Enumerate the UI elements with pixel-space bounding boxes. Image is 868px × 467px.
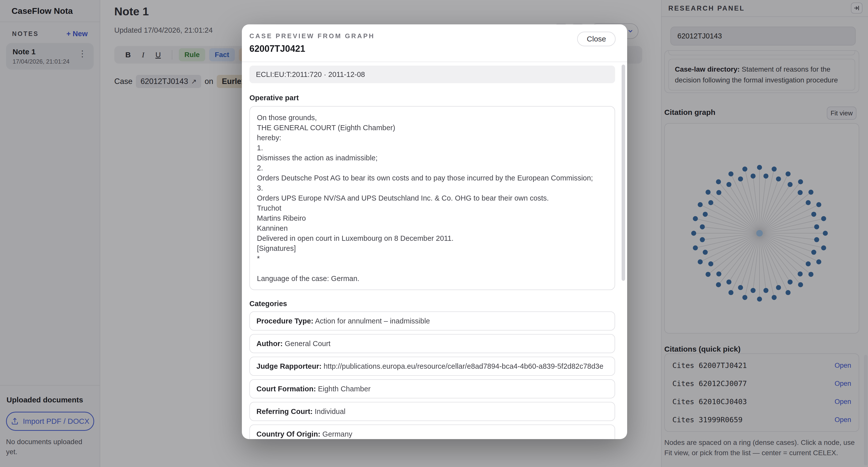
operative-part-text: On those grounds, THE GENERAL COURT (Eig… (257, 113, 608, 284)
category-value: Eighth Chamber (318, 385, 371, 393)
operative-part-box: On those grounds, THE GENERAL COURT (Eig… (249, 106, 615, 290)
category-value: Germany (322, 430, 352, 438)
operative-part-label: Operative part (249, 94, 615, 102)
modal-case-title: 62007TJ0421 (249, 43, 305, 54)
category-label: Procedure Type: (256, 317, 313, 325)
category-row: Court Formation: Eighth Chamber (249, 379, 615, 398)
modal-body: ECLI:EU:T:2011:720 · 2011-12-08 Operativ… (242, 62, 627, 439)
category-value: Individual (315, 407, 346, 415)
category-label: Judge Rapporteur: (256, 362, 321, 370)
close-button[interactable]: Close (577, 32, 616, 46)
category-label: Country Of Origin: (256, 430, 320, 438)
category-value: http://publications.europa.eu/resource/c… (323, 362, 603, 370)
categories-list: Procedure Type: Action for annulment – i… (249, 312, 615, 439)
category-label: Court Formation: (256, 385, 316, 393)
modal-header: CASE PREVIEW FROM GRAPH 62007TJ0421 Clos… (242, 24, 627, 62)
modal-scrollbar-thumb[interactable] (622, 65, 625, 281)
category-row: Judge Rapporteur: http://publications.eu… (249, 357, 615, 376)
category-label: Referring Court: (256, 407, 313, 415)
category-row: Author: General Court (249, 334, 615, 353)
category-label: Author: (256, 340, 283, 348)
categories-label: Categories (249, 300, 615, 308)
category-value: General Court (285, 340, 331, 348)
ecli-badge: ECLI:EU:T:2011:720 · 2011-12-08 (249, 66, 615, 83)
category-row: Referring Court: Individual (249, 402, 615, 421)
category-row: Procedure Type: Action for annulment – i… (249, 312, 615, 330)
case-preview-modal: CASE PREVIEW FROM GRAPH 62007TJ0421 Clos… (242, 24, 627, 439)
category-row: Country Of Origin: Germany (249, 425, 615, 439)
modal-eyebrow: CASE PREVIEW FROM GRAPH (249, 32, 375, 40)
category-value: Action for annulment – inadmissible (315, 317, 430, 325)
